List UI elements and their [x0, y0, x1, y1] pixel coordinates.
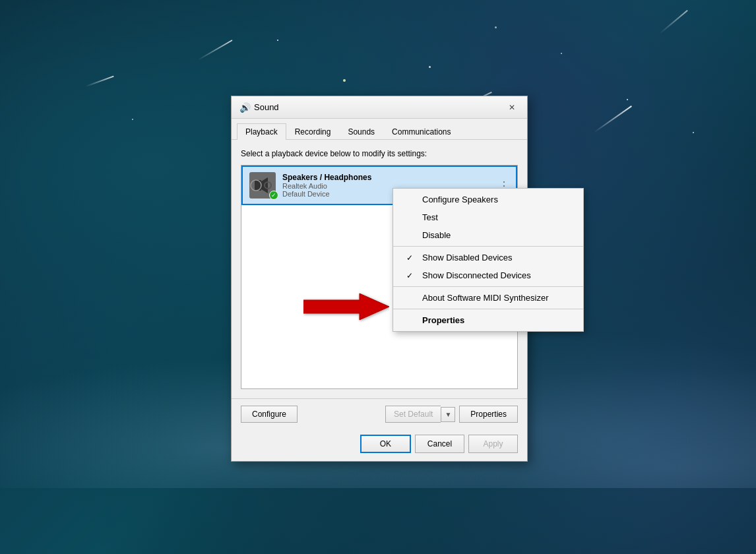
ok-button[interactable]: OK	[360, 435, 411, 453]
dialog-ok-cancel: OK Cancel Apply	[232, 429, 527, 461]
star	[495, 26, 497, 28]
properties-button[interactable]: Properties	[459, 406, 518, 423]
device-name: Speakers / Headphones	[282, 173, 492, 182]
ctx-separator-3	[393, 309, 583, 309]
arrow-indicator	[303, 290, 389, 325]
red-arrow-icon	[303, 290, 389, 323]
dialog-title-left: 🔊 Sound	[239, 102, 279, 113]
star	[429, 66, 431, 68]
dialog-title: Sound	[254, 102, 279, 112]
ctx-configure-speakers[interactable]: Configure Speakers	[393, 191, 583, 208]
star	[132, 119, 133, 120]
ctx-disable[interactable]: Disable	[393, 226, 583, 244]
tab-sounds[interactable]: Sounds	[339, 123, 383, 140]
star	[561, 53, 562, 54]
ctx-test[interactable]: Test	[393, 208, 583, 226]
set-default-arrow-button[interactable]: ▼	[441, 407, 455, 422]
context-menu: Configure Speakers Test Disable ✓ Show D…	[393, 188, 584, 332]
svg-marker-5	[303, 293, 389, 320]
star-bright	[343, 79, 346, 82]
set-default-button-group: Set Default ▼	[385, 406, 455, 423]
sound-icon: 🔊	[239, 102, 250, 113]
ctx-separator-2	[393, 286, 583, 287]
default-check-icon: ✓	[269, 191, 278, 200]
star	[627, 99, 628, 100]
dialog-tabs: Playback Recording Sounds Communications	[232, 119, 527, 140]
tab-playback[interactable]: Playback	[237, 123, 286, 140]
set-default-main-button[interactable]: Set Default	[385, 406, 441, 423]
tab-communications[interactable]: Communications	[383, 123, 459, 140]
apply-button[interactable]: Apply	[468, 435, 518, 453]
cancel-button[interactable]: Cancel	[415, 435, 464, 453]
ctx-show-disconnected[interactable]: ✓ Show Disconnected Devices	[393, 266, 583, 284]
ctx-about-midi[interactable]: About Software MIDI Synthesizer	[393, 289, 583, 307]
ctx-separator-1	[393, 246, 583, 247]
star	[693, 132, 694, 133]
close-button[interactable]: ✕	[505, 100, 519, 115]
ctx-properties[interactable]: Properties	[393, 311, 583, 329]
dialog-buttons-bottom: Configure Set Default ▼ Properties	[232, 398, 527, 429]
device-icon-wrapper: ✓	[249, 172, 276, 199]
ctx-show-disabled[interactable]: ✓ Show Disabled Devices	[393, 249, 583, 266]
configure-button[interactable]: Configure	[241, 406, 298, 423]
tab-recording[interactable]: Recording	[286, 123, 340, 140]
star	[277, 40, 278, 41]
description-text: Select a playback device below to modify…	[241, 149, 518, 158]
dialog-titlebar: 🔊 Sound ✕	[232, 96, 527, 119]
